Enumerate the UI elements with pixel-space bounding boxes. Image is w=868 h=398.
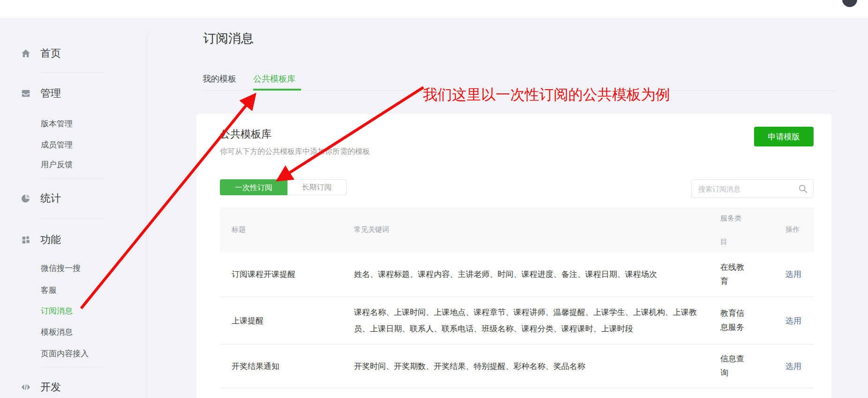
avatar[interactable] xyxy=(842,0,857,7)
sidebar-item-features[interactable]: 功能 xyxy=(21,234,61,246)
pie-chart-icon xyxy=(21,193,31,204)
search-input[interactable] xyxy=(692,180,813,198)
sidebar-item-version-manage[interactable]: 版本管理 xyxy=(41,118,73,129)
sidebar-divider xyxy=(41,218,106,219)
table-row: 开奖结果通知 开奖时间、开奖期数、开奖结果、特别提醒、彩种名称、奖品名称 信息查… xyxy=(220,344,814,388)
table-header-row: 标题 常见关键词 服务类目 操作 xyxy=(220,207,814,252)
select-template-link[interactable]: 选用 xyxy=(785,270,801,279)
template-table: 标题 常见关键词 服务类目 操作 订阅课程开课提醒 姓名、课程标题、课程内容、主… xyxy=(220,207,814,388)
sidebar-item-label: 开发 xyxy=(40,380,61,394)
sidebar-item-member-manage[interactable]: 成员管理 xyxy=(41,139,73,150)
sidebar-item-wechat-search[interactable]: 微信搜一搜 xyxy=(41,263,81,274)
sidebar-item-user-feedback[interactable]: 用户反馈 xyxy=(41,159,73,170)
card-subtitle: 你可从下方的公共模板库中添加你所需的模板 xyxy=(220,147,370,157)
select-template-link[interactable]: 选用 xyxy=(785,316,801,325)
code-icon xyxy=(21,382,31,392)
annotation-text: 我们这里以一次性订阅的公共模板为例 xyxy=(423,85,670,105)
sidebar-divider xyxy=(41,367,106,367)
grid-icon xyxy=(21,235,31,245)
archive-icon xyxy=(21,88,31,99)
table-row: 上课提醒 课程名称、上课时间、上课地点、课程章节、课程讲师、温馨提醒、上课学生、… xyxy=(220,297,814,344)
toggle-one-time-subscription[interactable]: 一次性订阅 xyxy=(220,179,287,195)
header-action: 操作 xyxy=(785,225,814,234)
sidebar-item-label: 首页 xyxy=(40,46,61,61)
sidebar-item-label: 功能 xyxy=(40,233,61,247)
subscription-type-toggle: 一次性订阅 长期订阅 xyxy=(220,179,347,195)
table-row: 订阅课程开课提醒 姓名、课程标题、课程内容、主讲老师、时间、课程进度、备注、课程… xyxy=(220,252,814,297)
toggle-long-term-subscription[interactable]: 长期订阅 xyxy=(287,179,347,195)
topbar xyxy=(0,0,868,18)
header-title: 标题 xyxy=(220,225,354,234)
sidebar-item-develop[interactable]: 开发 xyxy=(21,381,61,393)
apply-template-button[interactable]: 申请模版 xyxy=(754,127,814,146)
sidebar-item-home[interactable]: 首页 xyxy=(21,47,61,60)
sidebar-item-page-content-access[interactable]: 页面内容接入 xyxy=(41,348,89,359)
sidebar-divider xyxy=(41,72,106,73)
template-title: 订阅课程开课提醒 xyxy=(220,269,354,280)
wechat-mp-admin-screen: 首页 管理 版本管理 成员管理 用户反馈 统计 功能 微信搜一搜 客服 订阅消息… xyxy=(0,0,868,398)
home-icon xyxy=(21,48,31,59)
sidebar-item-template-message[interactable]: 模板消息 xyxy=(41,327,73,337)
tab-my-templates[interactable]: 我的模板 xyxy=(203,73,236,84)
sidebar-item-label: 管理 xyxy=(40,86,61,100)
header-category: 服务类目 xyxy=(720,207,785,253)
tab-public-template-library[interactable]: 公共模板库 xyxy=(253,73,295,84)
template-category: 信息查询 xyxy=(720,352,785,380)
template-category: 在线教育 xyxy=(720,260,785,289)
template-title: 上课提醒 xyxy=(220,315,354,326)
active-tab-underline xyxy=(253,89,301,91)
template-keywords: 开奖时间、开奖期数、开奖结果、特别提醒、彩种名称、奖品名称 xyxy=(354,358,720,375)
sidebar-item-customer-service[interactable]: 客服 xyxy=(41,285,57,296)
sidebar-item-manage[interactable]: 管理 xyxy=(21,87,61,100)
sidebar-item-statistics[interactable]: 统计 xyxy=(21,192,61,205)
sidebar-divider xyxy=(41,178,106,179)
sidebar-divider-vertical xyxy=(146,33,147,398)
select-template-link[interactable]: 选用 xyxy=(785,362,801,371)
header-keywords: 常见关键词 xyxy=(354,225,720,234)
template-category: 教育信息服务 xyxy=(720,306,785,335)
template-keywords: 课程名称、上课时间、上课地点、课程章节、课程讲师、温馨提醒、上课学生、上课机构、… xyxy=(354,304,720,337)
template-title: 开奖结果通知 xyxy=(220,361,354,372)
search-box xyxy=(691,179,814,198)
sidebar-item-label: 统计 xyxy=(40,191,61,206)
card-title: 公共模板库 xyxy=(220,127,272,141)
page-title: 订阅消息 xyxy=(203,30,254,47)
search-icon[interactable] xyxy=(798,184,808,194)
public-template-library-card: 公共模板库 你可从下方的公共模板库中添加你所需的模板 申请模版 一次性订阅 长期… xyxy=(196,114,831,398)
sidebar-item-subscribe-message[interactable]: 订阅消息 xyxy=(41,306,73,316)
template-keywords: 姓名、课程标题、课程内容、主讲老师、时间、课程进度、备注、课程日期、课程场次 xyxy=(354,266,720,283)
